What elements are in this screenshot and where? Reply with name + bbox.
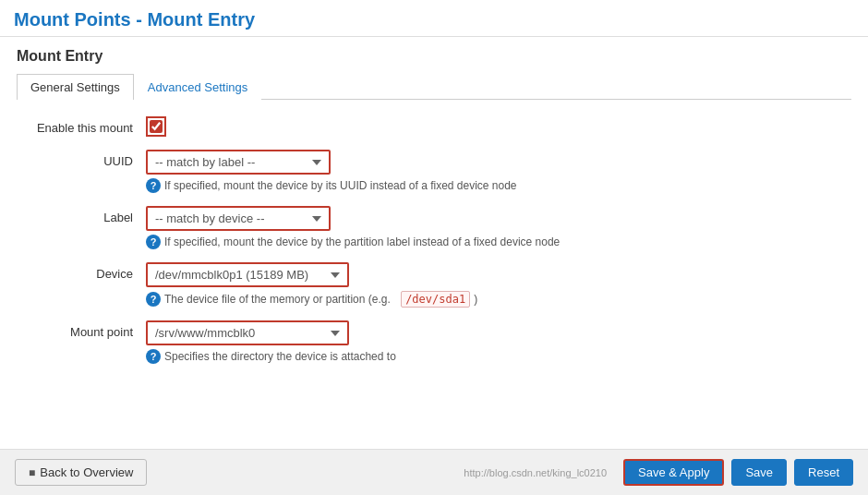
enable-mount-checkbox[interactable] bbox=[150, 120, 163, 133]
label-row: Label -- match by device -- ? If specifi… bbox=[17, 206, 851, 249]
mount-point-help-message: Specifies the directory the device is at… bbox=[164, 350, 396, 363]
mount-point-select[interactable]: /srv/www/mmcblk0 bbox=[146, 320, 349, 345]
uuid-label: UUID bbox=[17, 150, 146, 168]
enable-mount-row: Enable this mount bbox=[17, 116, 851, 137]
uuid-select[interactable]: -- match by label -- bbox=[146, 150, 331, 175]
uuid-help-message: If specified, mount the device by its UU… bbox=[164, 179, 517, 192]
tab-general-settings[interactable]: General Settings bbox=[17, 74, 134, 100]
footer-url: http://blog.csdn.net/king_lc0210 bbox=[464, 467, 607, 478]
device-help-pre: The device file of the memory or partiti… bbox=[164, 293, 391, 306]
footer-left: ■ Back to Overview bbox=[15, 459, 147, 486]
label-help-icon: ? bbox=[146, 235, 161, 249]
back-to-overview-button[interactable]: ■ Back to Overview bbox=[15, 459, 147, 486]
mount-point-field: /srv/www/mmcblk0 ? Specifies the directo… bbox=[146, 320, 851, 364]
device-field: /dev/mmcblk0p1 (15189 MB) ? The device f… bbox=[146, 262, 851, 308]
label-label: Label bbox=[17, 206, 146, 224]
page-title: Mount Points - Mount Entry bbox=[14, 9, 854, 30]
device-row: Device /dev/mmcblk0p1 (15189 MB) ? The d… bbox=[17, 262, 851, 308]
uuid-field: -- match by label -- ? If specified, mou… bbox=[146, 150, 851, 193]
mount-point-row: Mount point /srv/www/mmcblk0 ? Specifies… bbox=[17, 320, 851, 364]
reset-button[interactable]: Reset bbox=[794, 459, 853, 486]
enable-mount-label: Enable this mount bbox=[17, 116, 146, 135]
device-help-code: /dev/sda1 bbox=[401, 291, 470, 308]
back-icon: ■ bbox=[29, 466, 35, 479]
mount-point-help-text: ? Specifies the directory the device is … bbox=[146, 349, 851, 364]
mount-point-help-icon: ? bbox=[146, 349, 161, 364]
device-label: Device bbox=[17, 262, 146, 281]
label-help-text: ? If specified, mount the device by the … bbox=[146, 235, 851, 249]
device-select[interactable]: /dev/mmcblk0p1 (15189 MB) bbox=[146, 262, 349, 287]
footer-right: http://blog.csdn.net/king_lc0210 Save & … bbox=[454, 459, 853, 486]
enable-mount-checkbox-box[interactable] bbox=[146, 116, 166, 137]
back-label: Back to Overview bbox=[40, 465, 133, 479]
page-header: Mount Points - Mount Entry bbox=[0, 0, 868, 37]
label-select[interactable]: -- match by device -- bbox=[146, 206, 331, 231]
tabs-container: General Settings Advanced Settings bbox=[17, 74, 851, 100]
device-help-icon: ? bbox=[146, 292, 161, 307]
enable-mount-checkbox-wrapper bbox=[146, 116, 851, 137]
enable-mount-field bbox=[146, 116, 851, 137]
section-title: Mount Entry bbox=[17, 48, 851, 65]
device-help-post: ) bbox=[474, 293, 477, 306]
save-apply-button[interactable]: Save & Apply bbox=[623, 459, 724, 486]
mount-point-label: Mount point bbox=[17, 320, 146, 339]
save-button[interactable]: Save bbox=[731, 459, 787, 486]
uuid-help-icon: ? bbox=[146, 178, 161, 193]
label-help-message: If specified, mount the device by the pa… bbox=[164, 235, 560, 248]
tab-advanced-settings[interactable]: Advanced Settings bbox=[134, 74, 261, 100]
label-field: -- match by device -- ? If specified, mo… bbox=[146, 206, 851, 249]
page-content: Mount Entry General Settings Advanced Se… bbox=[0, 37, 868, 449]
uuid-help-text: ? If specified, mount the device by its … bbox=[146, 178, 851, 193]
page-footer: ■ Back to Overview http://blog.csdn.net/… bbox=[0, 449, 868, 495]
uuid-row: UUID -- match by label -- ? If specified… bbox=[17, 150, 851, 193]
device-help-text: ? The device file of the memory or parti… bbox=[146, 291, 851, 308]
